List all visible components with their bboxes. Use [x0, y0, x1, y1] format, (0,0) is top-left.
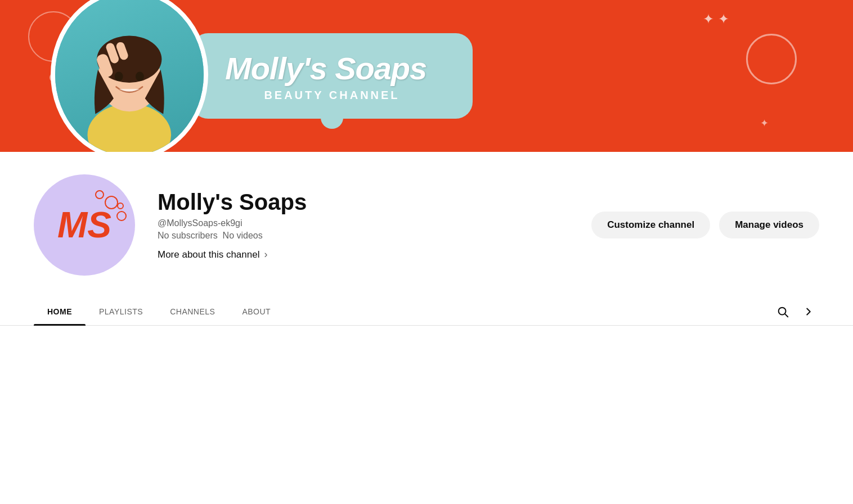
person-illustration: [62, 10, 196, 152]
svg-point-4: [115, 71, 123, 81]
tab-channels[interactable]: CHANNELS: [156, 298, 228, 325]
tab-about[interactable]: ABOUT: [228, 298, 284, 325]
more-about-text: More about this channel: [158, 249, 259, 260]
svg-point-5: [136, 71, 144, 81]
tab-search-button[interactable]: [767, 300, 798, 323]
banner-subtitle: BEAUTY CHANNEL: [225, 89, 439, 102]
customize-channel-button[interactable]: Customize channel: [591, 212, 710, 238]
channel-name: Molly's Soaps: [158, 190, 569, 215]
banner-deco-circle-right: [746, 34, 797, 84]
banner-profile-image: [55, 0, 204, 152]
chevron-right-icon: [802, 305, 815, 318]
profile-section: MS Molly's Soaps @MollysSoaps-ek9gi No s…: [0, 152, 853, 287]
banner-profile-circle: [51, 0, 208, 152]
banner-sparkle-1: ✦ ✦: [703, 11, 729, 27]
avatar-bubble-3: [117, 202, 124, 209]
search-icon: [776, 305, 789, 318]
videos-count: No videos: [223, 231, 263, 240]
channel-banner: Molly's Soaps BEAUTY CHANNEL ✦ ✦ ✦: [0, 0, 853, 152]
tab-home[interactable]: HOME: [34, 298, 86, 325]
avatar-bubble-4: [116, 211, 127, 221]
manage-videos-button[interactable]: Manage videos: [719, 212, 819, 238]
banner-channel-name: Molly's Soaps: [225, 50, 439, 87]
tab-playlists[interactable]: PLAYLISTS: [86, 298, 156, 325]
svg-line-10: [785, 314, 788, 317]
more-about-link[interactable]: More about this channel ›: [158, 249, 267, 260]
content-area: [0, 326, 853, 438]
channel-tabs: HOME PLAYLISTS CHANNELS ABOUT: [0, 298, 853, 326]
banner-sparkle-2: ✦: [760, 117, 769, 129]
avatar-initials: MS: [57, 204, 111, 246]
banner-title-blob: Molly's Soaps BEAUTY CHANNEL: [191, 33, 473, 119]
channel-info: Molly's Soaps @MollysSoaps-ek9gi No subs…: [158, 190, 569, 260]
more-about-chevron-icon: ›: [264, 249, 267, 260]
tab-more-button[interactable]: [798, 300, 819, 323]
channel-handle: @MollysSoaps-ek9gi: [158, 218, 569, 228]
avatar-bubble-2: [95, 190, 104, 199]
channel-avatar: MS: [34, 174, 135, 276]
channel-stats: No subscribers No videos: [158, 231, 569, 241]
channel-actions: Customize channel Manage videos: [591, 212, 819, 238]
subscribers-count: No subscribers: [158, 231, 218, 240]
